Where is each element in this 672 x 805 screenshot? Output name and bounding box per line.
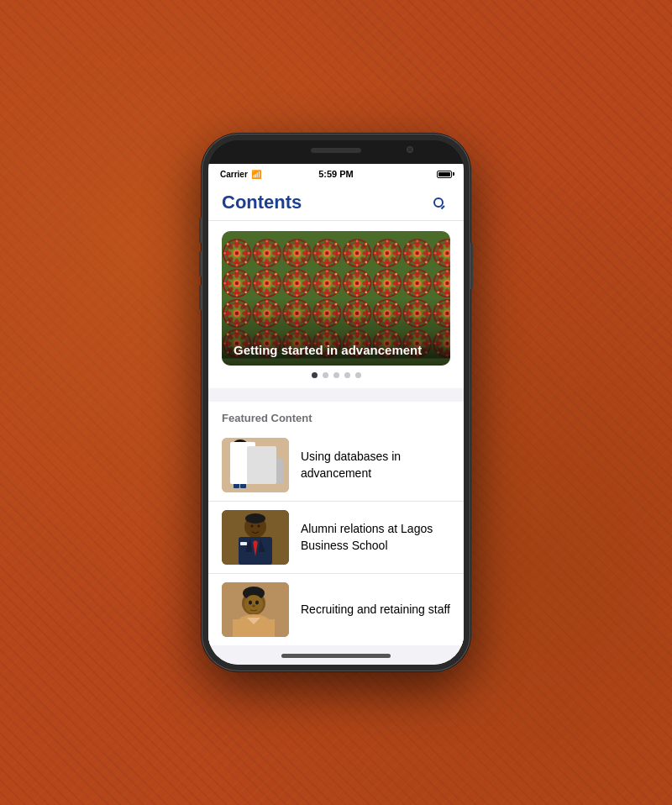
item-label-databases: Using databases in advancement [301, 449, 450, 481]
svg-point-38 [245, 513, 265, 524]
item-label-alumni: Alumni relations at Lagos Business Schoo… [301, 521, 450, 554]
screen-bezel: Carrier 📶 5:59 PM Contents [208, 140, 464, 665]
item-thumbnail-alumni [222, 510, 289, 565]
content-list: Using databases in advancement [208, 429, 464, 645]
carousel-dot-4[interactable] [344, 372, 350, 378]
svg-line-35 [247, 461, 254, 465]
wifi-icon: 📶 [251, 170, 261, 179]
home-indicator[interactable] [281, 654, 391, 658]
list-item[interactable]: Recruiting and retaining staff [208, 574, 464, 645]
item-thumbnail-recruit [222, 582, 289, 637]
thumbnail-svg-databases [222, 438, 289, 492]
status-right [437, 171, 452, 178]
svg-rect-28 [276, 459, 283, 484]
svg-point-52 [249, 601, 252, 605]
svg-point-30 [233, 439, 248, 451]
clock: 5:59 PM [318, 169, 354, 179]
carousel-dots [208, 366, 464, 381]
item-thumbnail-databases [222, 438, 289, 492]
hero-title: Getting started in advancement [234, 343, 422, 357]
svg-rect-32 [234, 456, 247, 475]
carousel-dot-1[interactable] [312, 372, 318, 378]
app-header: Contents [208, 184, 464, 221]
list-item[interactable]: Using databases in advancement [208, 429, 464, 502]
status-left: Carrier 📶 [220, 170, 261, 179]
hardware-top-bar [208, 140, 464, 164]
phone-frame: Carrier 📶 5:59 PM Contents [202, 134, 470, 671]
front-camera [407, 146, 413, 153]
svg-point-29 [234, 444, 246, 455]
screen: Carrier 📶 5:59 PM Contents [208, 164, 464, 665]
svg-rect-27 [268, 455, 275, 484]
svg-point-31 [236, 446, 244, 455]
hero-carousel[interactable]: Getting started in advancement [208, 221, 464, 388]
svg-rect-46 [240, 542, 247, 545]
app-title: Contents [222, 192, 302, 213]
item-label-recruit: Recruiting and retaining staff [301, 602, 450, 618]
svg-point-54 [252, 605, 255, 608]
section-header: Featured Content [208, 402, 464, 429]
svg-rect-33 [234, 473, 239, 488]
carrier-label: Carrier [220, 170, 248, 179]
speaker-grille [311, 148, 361, 153]
hero-caption: Getting started in advancement [222, 334, 450, 366]
svg-rect-25 [251, 446, 258, 484]
svg-rect-26 [260, 450, 266, 484]
search-icon [433, 197, 444, 208]
carousel-dot-3[interactable] [333, 372, 339, 378]
status-bar: Carrier 📶 5:59 PM [208, 164, 464, 184]
section-title: Featured Content [222, 412, 312, 424]
scroll-content[interactable]: Getting started in advancement [208, 221, 464, 665]
search-button[interactable] [427, 191, 450, 214]
battery-icon [437, 171, 452, 178]
svg-point-40 [258, 525, 260, 528]
list-item[interactable]: Alumni relations at Lagos Business Schoo… [208, 502, 464, 574]
svg-point-39 [251, 525, 254, 528]
hero-slide[interactable]: Getting started in advancement [222, 231, 450, 366]
svg-point-53 [255, 601, 259, 605]
svg-rect-34 [240, 473, 246, 488]
thumbnail-svg-alumni [222, 510, 289, 565]
featured-section: Featured Content [208, 402, 464, 645]
battery-fill [438, 172, 450, 176]
thumbnail-svg-recruit [222, 582, 289, 637]
carousel-dot-2[interactable] [323, 372, 328, 378]
carousel-dot-5[interactable] [355, 372, 361, 378]
